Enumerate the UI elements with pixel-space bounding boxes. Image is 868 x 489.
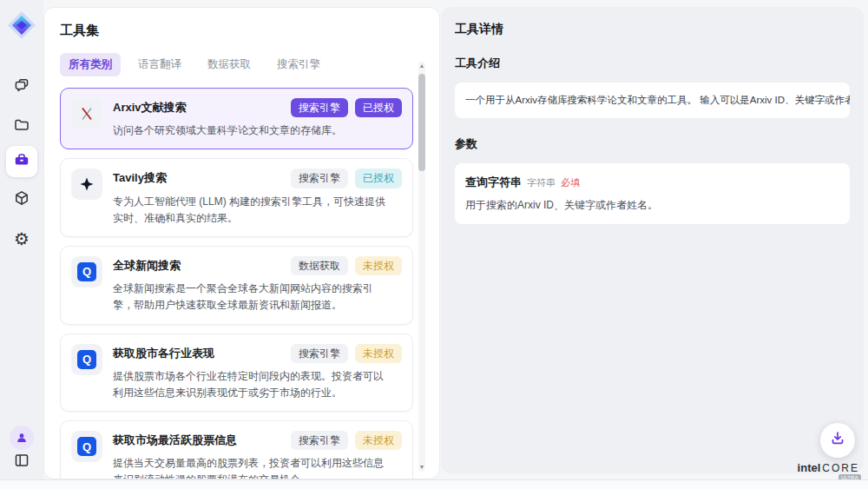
tool-description: 提供当天交易量最高的股票列表，投资者可以利用这些信息来识别流动性强的股票和潜在的…: [113, 455, 385, 479]
sidebar-item-packages[interactable]: [6, 184, 37, 215]
parameter-type: 字符串: [527, 176, 556, 189]
tool-description: 访问各个研究领域大量科学论文和文章的存储库。: [113, 122, 385, 139]
auth-status-badge: 已授权: [355, 169, 402, 188]
tab-search-engine[interactable]: 搜索引擎: [268, 53, 329, 76]
page-title: 工具集: [60, 23, 413, 39]
cube-icon: [13, 189, 30, 210]
toolset-panel: 工具集 所有类别 语言翻译 数据获取 搜索引擎: [43, 7, 440, 479]
sidebar-item-toolbox[interactable]: [6, 146, 37, 177]
download-icon: [829, 430, 846, 451]
tool-detail-panel: 工具详情 工具介绍 一个用于从Arxiv存储库搜索科学论文和文章的工具。 输入可…: [441, 7, 864, 473]
brand-intel-text: intel: [798, 461, 821, 474]
category-badge: 搜索引擎: [291, 344, 348, 363]
intel-core-logo: intel core ultra: [798, 461, 859, 474]
scrollbar-thumb[interactable]: [418, 74, 425, 171]
parameter-card: 查询字符串 字符串 必填 用于搜索的Arxiv ID、关键字或作者姓名。: [455, 163, 850, 224]
tool-title: 获取股市各行业表现: [113, 344, 291, 361]
parameter-description: 用于搜索的Arxiv ID、关键字或作者姓名。: [465, 198, 839, 213]
tool-title: Arxiv文献搜索: [113, 98, 291, 116]
category-badge: 搜索引擎: [291, 169, 348, 188]
sidebar-item-panel-toggle[interactable]: [6, 446, 37, 478]
params-heading: 参数: [455, 136, 850, 152]
q-news-icon: Q: [71, 256, 102, 287]
tool-list: Arxiv文献搜索 搜索引擎 已授权 访问各个研究领域大量科学论文和文章的存储库…: [60, 88, 413, 479]
sidebar-item-chat[interactable]: [6, 71, 37, 102]
auth-status-badge: 未授权: [355, 256, 402, 275]
tab-data-acquisition[interactable]: 数据获取: [199, 53, 260, 76]
q-news-icon: Q: [71, 344, 102, 375]
q-news-icon: Q: [71, 431, 102, 462]
toolbox-icon: [13, 151, 30, 172]
scrollbar-up-arrow[interactable]: ▲: [418, 62, 425, 70]
category-badge: 搜索引擎: [291, 431, 348, 450]
tool-description: 专为人工智能代理 (LLM) 构建的搜索引擎工具，可快速提供实时、准确和真实的结…: [113, 194, 385, 227]
download-button[interactable]: [820, 423, 855, 458]
gear-icon: ⚙: [14, 230, 30, 248]
tool-card-most-active-stocks[interactable]: Q 获取市场最活跃股票信息 搜索引擎 未授权 提供当天交易量最高的股票列表，投资…: [60, 420, 413, 479]
category-tabs: 所有类别 语言翻译 数据获取 搜索引擎: [60, 53, 413, 76]
parameter-required-flag: 必填: [561, 176, 580, 189]
sidebar-item-files[interactable]: [6, 111, 37, 142]
intro-card: 一个用于从Arxiv存储库搜索科学论文和文章的工具。 输入可以是Arxiv ID…: [455, 83, 850, 118]
intro-heading: 工具介绍: [455, 56, 850, 71]
chat-icon: [13, 76, 30, 97]
left-rail: ⚙: [0, 0, 43, 479]
tool-card-arxiv[interactable]: Arxiv文献搜索 搜索引擎 已授权 访问各个研究领域大量科学论文和文章的存储库…: [60, 88, 413, 149]
tool-card-global-news[interactable]: Q 全球新闻搜索 数据获取 未授权 全球新闻搜索是一个聚合全球各大新闻网站内容的…: [60, 246, 413, 325]
gem-diamond-logo: [6, 10, 37, 41]
auth-status-badge: 已授权: [355, 98, 402, 117]
tool-card-tavily[interactable]: Tavily搜索 搜索引擎 已授权 专为人工智能代理 (LLM) 构建的搜索引擎…: [60, 158, 413, 237]
tool-card-sector-performance[interactable]: Q 获取股市各行业表现 搜索引擎 未授权 提供股票市场各个行业在特定时间段内的表…: [60, 334, 413, 413]
arxiv-icon: [71, 98, 102, 129]
brand-core-text: core: [822, 462, 859, 474]
category-badge: 搜索引擎: [291, 98, 348, 117]
tool-title: Tavily搜索: [113, 169, 291, 186]
tool-title: 全球新闻搜索: [113, 256, 291, 274]
scrollbar-down-arrow[interactable]: ▼: [418, 463, 425, 472]
tab-language-translation[interactable]: 语言翻译: [129, 53, 190, 76]
auth-status-badge: 未授权: [355, 344, 402, 363]
list-scrollbar[interactable]: ▲ ▼: [418, 62, 425, 472]
folder-icon: [13, 116, 30, 137]
window-bottom-strip: [0, 479, 868, 489]
auth-status-badge: 未授权: [355, 431, 402, 450]
app-window: ⚙ 工具集 所有类别 语言翻译: [0, 0, 868, 489]
category-badge: 数据获取: [291, 256, 348, 275]
parameter-name: 查询字符串: [465, 175, 522, 190]
tool-description: 提供股票市场各个行业在特定时间段内的表现。投资者可以利用这些信息来识别表现优于或…: [113, 368, 385, 401]
layout-panel-icon: [13, 452, 30, 472]
tool-title: 获取市场最活跃股票信息: [113, 431, 291, 448]
sparkle-icon: [71, 169, 102, 200]
tool-description: 全球新闻搜索是一个聚合全球各大新闻网站内容的搜索引擎，帮助用户快速获取全球最新资…: [113, 281, 385, 314]
detail-title: 工具详情: [455, 22, 850, 37]
sidebar-item-settings[interactable]: ⚙: [6, 223, 37, 254]
tab-all-categories[interactable]: 所有类别: [60, 53, 121, 76]
